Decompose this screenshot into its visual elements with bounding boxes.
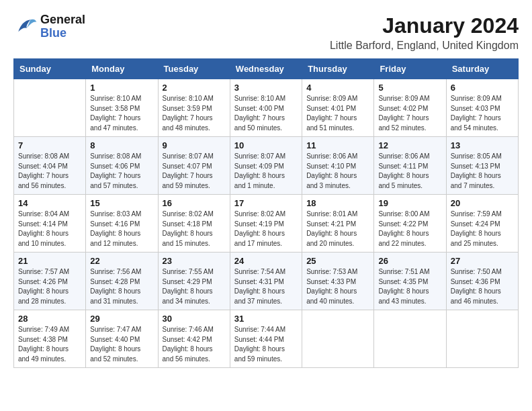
column-header-thursday: Thursday	[302, 59, 374, 79]
day-number: 14	[18, 198, 81, 208]
day-info: Sunrise: 7:51 AMSunset: 4:35 PMDaylight:…	[378, 267, 441, 306]
day-number: 10	[234, 140, 298, 150]
day-info: Sunrise: 7:54 AMSunset: 4:31 PMDaylight:…	[234, 267, 298, 306]
day-info: Sunrise: 8:04 AMSunset: 4:14 PMDaylight:…	[18, 210, 81, 248]
calendar-cell: 18Sunrise: 8:01 AMSunset: 4:21 PMDayligh…	[302, 195, 374, 253]
day-info: Sunrise: 8:06 AMSunset: 4:11 PMDaylight:…	[378, 152, 441, 191]
day-number: 17	[234, 198, 298, 208]
day-info: Sunrise: 7:59 AMSunset: 4:24 PMDaylight:…	[451, 210, 514, 248]
calendar-cell: 20Sunrise: 7:59 AMSunset: 4:24 PMDayligh…	[446, 195, 518, 253]
calendar-cell	[302, 310, 374, 368]
day-number: 16	[163, 198, 226, 208]
calendar-cell: 30Sunrise: 7:46 AMSunset: 4:42 PMDayligh…	[158, 310, 230, 368]
calendar-cell: 17Sunrise: 8:02 AMSunset: 4:19 PMDayligh…	[230, 195, 302, 253]
day-info: Sunrise: 8:07 AMSunset: 4:09 PMDaylight:…	[234, 152, 298, 191]
day-number: 19	[378, 198, 441, 208]
day-number: 15	[90, 198, 153, 208]
day-info: Sunrise: 7:50 AMSunset: 4:36 PMDaylight:…	[451, 267, 514, 306]
calendar-week-row: 7Sunrise: 8:08 AMSunset: 4:04 PMDaylight…	[14, 137, 519, 195]
day-info: Sunrise: 7:56 AMSunset: 4:28 PMDaylight:…	[90, 267, 153, 306]
day-info: Sunrise: 8:10 AMSunset: 4:00 PMDaylight:…	[234, 94, 298, 133]
calendar-week-row: 1Sunrise: 8:10 AMSunset: 3:58 PMDaylight…	[14, 79, 519, 137]
day-info: Sunrise: 8:09 AMSunset: 4:03 PMDaylight:…	[451, 94, 514, 133]
day-number: 11	[306, 140, 369, 150]
calendar-cell: 6Sunrise: 8:09 AMSunset: 4:03 PMDaylight…	[446, 79, 518, 137]
calendar-table: SundayMondayTuesdayWednesdayThursdayFrid…	[13, 58, 519, 368]
calendar-cell	[446, 310, 518, 368]
page-header: General Blue January 2024 Little Barford…	[13, 13, 519, 52]
day-info: Sunrise: 8:02 AMSunset: 4:18 PMDaylight:…	[163, 210, 226, 248]
day-number: 25	[306, 256, 369, 266]
day-number: 27	[451, 256, 514, 266]
column-header-sunday: Sunday	[14, 59, 86, 79]
day-number: 7	[18, 140, 81, 150]
day-info: Sunrise: 8:08 AMSunset: 4:06 PMDaylight:…	[90, 152, 153, 191]
calendar-cell: 1Sunrise: 8:10 AMSunset: 3:58 PMDaylight…	[86, 79, 158, 137]
column-header-friday: Friday	[374, 59, 446, 79]
day-info: Sunrise: 7:55 AMSunset: 4:29 PMDaylight:…	[163, 267, 226, 306]
calendar-cell: 3Sunrise: 8:10 AMSunset: 4:00 PMDaylight…	[230, 79, 302, 137]
day-info: Sunrise: 8:02 AMSunset: 4:19 PMDaylight:…	[234, 210, 298, 248]
calendar-cell: 5Sunrise: 8:09 AMSunset: 4:02 PMDaylight…	[374, 79, 446, 137]
calendar-cell: 31Sunrise: 7:44 AMSunset: 4:44 PMDayligh…	[230, 310, 302, 368]
logo: General Blue	[13, 13, 85, 40]
day-info: Sunrise: 8:03 AMSunset: 4:16 PMDaylight:…	[90, 210, 153, 248]
calendar-cell	[14, 79, 86, 137]
day-number: 12	[378, 140, 441, 150]
logo-text-line2: Blue	[40, 27, 85, 40]
day-number: 13	[451, 140, 514, 150]
title-area: January 2024 Little Barford, England, Un…	[330, 13, 519, 52]
day-info: Sunrise: 8:09 AMSunset: 4:02 PMDaylight:…	[378, 94, 441, 133]
day-info: Sunrise: 8:08 AMSunset: 4:04 PMDaylight:…	[18, 152, 81, 191]
day-info: Sunrise: 7:49 AMSunset: 4:38 PMDaylight:…	[18, 325, 81, 364]
day-number: 3	[234, 83, 298, 93]
calendar-cell: 14Sunrise: 8:04 AMSunset: 4:14 PMDayligh…	[14, 195, 86, 253]
day-info: Sunrise: 8:07 AMSunset: 4:07 PMDaylight:…	[163, 152, 226, 191]
calendar-cell: 21Sunrise: 7:57 AMSunset: 4:26 PMDayligh…	[14, 253, 86, 310]
calendar-title: January 2024	[330, 13, 519, 38]
day-number: 9	[163, 140, 226, 150]
day-info: Sunrise: 8:06 AMSunset: 4:10 PMDaylight:…	[306, 152, 369, 191]
column-header-wednesday: Wednesday	[230, 59, 302, 79]
calendar-week-row: 28Sunrise: 7:49 AMSunset: 4:38 PMDayligh…	[14, 310, 519, 368]
day-info: Sunrise: 8:00 AMSunset: 4:22 PMDaylight:…	[378, 210, 441, 248]
calendar-cell	[374, 310, 446, 368]
calendar-cell: 22Sunrise: 7:56 AMSunset: 4:28 PMDayligh…	[86, 253, 158, 310]
day-number: 20	[451, 198, 514, 208]
column-header-monday: Monday	[86, 59, 158, 79]
calendar-cell: 16Sunrise: 8:02 AMSunset: 4:18 PMDayligh…	[158, 195, 230, 253]
day-number: 6	[451, 83, 514, 93]
day-info: Sunrise: 8:01 AMSunset: 4:21 PMDaylight:…	[306, 210, 369, 248]
calendar-cell: 25Sunrise: 7:53 AMSunset: 4:33 PMDayligh…	[302, 253, 374, 310]
column-header-saturday: Saturday	[446, 59, 518, 79]
day-number: 26	[378, 256, 441, 266]
calendar-cell: 28Sunrise: 7:49 AMSunset: 4:38 PMDayligh…	[14, 310, 86, 368]
logo-text-line1: General	[40, 13, 85, 27]
calendar-cell: 15Sunrise: 8:03 AMSunset: 4:16 PMDayligh…	[86, 195, 158, 253]
calendar-cell: 19Sunrise: 8:00 AMSunset: 4:22 PMDayligh…	[374, 195, 446, 253]
calendar-week-row: 21Sunrise: 7:57 AMSunset: 4:26 PMDayligh…	[14, 253, 519, 310]
calendar-body: 1Sunrise: 8:10 AMSunset: 3:58 PMDaylight…	[14, 79, 519, 368]
calendar-cell: 12Sunrise: 8:06 AMSunset: 4:11 PMDayligh…	[374, 137, 446, 195]
day-info: Sunrise: 7:47 AMSunset: 4:40 PMDaylight:…	[90, 325, 153, 364]
day-number: 18	[306, 198, 369, 208]
day-number: 22	[90, 256, 153, 266]
day-number: 1	[90, 83, 153, 93]
day-info: Sunrise: 8:10 AMSunset: 3:58 PMDaylight:…	[90, 94, 153, 133]
calendar-subtitle: Little Barford, England, United Kingdom	[330, 40, 519, 52]
day-number: 4	[306, 83, 369, 93]
day-number: 8	[90, 140, 153, 150]
day-info: Sunrise: 7:53 AMSunset: 4:33 PMDaylight:…	[306, 267, 369, 306]
day-number: 29	[90, 314, 153, 324]
calendar-cell: 4Sunrise: 8:09 AMSunset: 4:01 PMDaylight…	[302, 79, 374, 137]
calendar-cell: 10Sunrise: 8:07 AMSunset: 4:09 PMDayligh…	[230, 137, 302, 195]
calendar-cell: 13Sunrise: 8:05 AMSunset: 4:13 PMDayligh…	[446, 137, 518, 195]
logo-icon	[13, 15, 38, 39]
calendar-cell: 8Sunrise: 8:08 AMSunset: 4:06 PMDaylight…	[86, 137, 158, 195]
day-number: 24	[234, 256, 298, 266]
day-info: Sunrise: 8:10 AMSunset: 3:59 PMDaylight:…	[163, 94, 226, 133]
day-info: Sunrise: 7:44 AMSunset: 4:44 PMDaylight:…	[234, 325, 298, 364]
day-number: 30	[163, 314, 226, 324]
calendar-cell: 2Sunrise: 8:10 AMSunset: 3:59 PMDaylight…	[158, 79, 230, 137]
calendar-week-row: 14Sunrise: 8:04 AMSunset: 4:14 PMDayligh…	[14, 195, 519, 253]
